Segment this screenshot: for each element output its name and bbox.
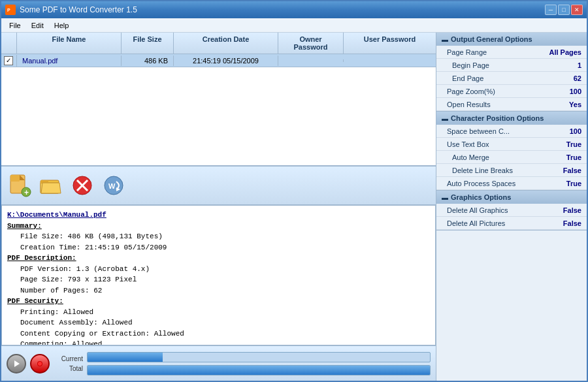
total-progress-text: File 1 of 1, 100% [88, 375, 430, 375]
add-pdf-button[interactable]: + [7, 172, 33, 199]
option-page-zoom: Page Zoom(%) 100 [436, 85, 587, 98]
option-begin-page: Begin Page 1 [436, 59, 587, 72]
option-space-between: Space between C... 100 [436, 125, 587, 138]
info-pdfdesc-0: PDF Version: 1.3 (Acrobat 4.x) [7, 264, 430, 275]
option-end-page: End Page 62 [436, 72, 587, 85]
row-user [344, 59, 436, 62]
maximize-button[interactable]: □ [558, 5, 570, 15]
file-list-empty-area [1, 67, 436, 165]
info-security-section: PDF Security: Printing: Allowed Document… [7, 296, 430, 345]
character-position-section: ▬ Character Position Options Space betwe… [436, 112, 587, 191]
collapse-char-icon: ▬ [442, 115, 448, 122]
output-general-header[interactable]: ▬ Output General Options [436, 33, 587, 46]
option-auto-merge: Auto Merge True [436, 151, 587, 164]
option-page-range: Page Range All Pages [436, 46, 587, 59]
info-summary-section: Summary: File Size: 486 KB (498,131 Byte… [7, 221, 430, 253]
info-panel: K:\Documents\Manual.pdf Summary: File Si… [1, 205, 436, 345]
graphics-title: Graphics Options [451, 193, 511, 201]
row-filesize: 486 KB [122, 56, 174, 66]
character-position-header[interactable]: ▬ Character Position Options [436, 112, 587, 125]
info-pdfdesc-section: PDF Description: PDF Version: 1.3 (Acrob… [7, 253, 430, 296]
close-button[interactable]: ✕ [571, 5, 583, 15]
current-progress-text: Page 14 of 62, 22% [88, 362, 430, 362]
info-sec-1: Document Assembly: Allowed [7, 317, 430, 328]
svg-text:+: + [24, 188, 29, 197]
delete-button[interactable] [69, 172, 95, 199]
progress-bars: Page 14 of 62, 22% File 1 of 1, 100% [87, 352, 431, 375]
progress-area: Current Total Page 14 of 62, 22% File 1 … [1, 345, 436, 381]
total-progress-track: File 1 of 1, 100% [87, 365, 431, 375]
info-sec-3: Commenting: Allowed [7, 339, 430, 345]
app-icon: P [5, 5, 16, 15]
current-progress-fill [88, 353, 163, 362]
info-sec-2: Content Copying or Extraction: Allowed [7, 328, 430, 340]
col-header-owner: Owner Password [278, 33, 344, 54]
character-position-body: Space between C... 100 Use Text Box True… [436, 125, 587, 190]
info-pdfdesc-1: Page Size: 793 x 1123 Pixel [7, 274, 430, 285]
row-filename: Manual.pdf [17, 56, 122, 66]
minimize-button[interactable]: ─ [545, 5, 557, 15]
output-general-section: ▬ Output General Options Page Range All … [436, 33, 587, 112]
info-creation-line: Creation Time: 21:45:19 05/15/2009 [7, 242, 430, 253]
svg-point-18 [38, 362, 42, 366]
svg-rect-3 [10, 175, 20, 182]
main-toolbar: + [1, 166, 436, 205]
total-progress-fill [88, 366, 430, 375]
main-content: File Name File Size Creation Date Owner … [1, 33, 587, 381]
row-owner [278, 59, 344, 62]
row-checkbox[interactable]: ✓ [1, 55, 17, 67]
info-filesize-line: File Size: 486 KB (498,131 Bytes) [7, 231, 430, 242]
col-header-filename: File Name [17, 33, 122, 54]
play-button[interactable] [7, 354, 26, 374]
graphics-section: ▬ Graphics Options Delete All Graphics F… [436, 191, 587, 231]
col-header-creation: Creation Date [174, 33, 278, 54]
option-open-results: Open Results Yes [436, 98, 587, 111]
left-panel: File Name File Size Creation Date Owner … [1, 33, 436, 381]
current-progress-row: Page 14 of 62, 22% [87, 352, 431, 362]
row-creation: 21:45:19 05/15/2009 [174, 56, 278, 66]
col-header-check [1, 33, 17, 54]
svg-marker-16 [14, 360, 20, 367]
output-general-title: Output General Options [451, 35, 532, 43]
col-header-filesize: File Size [122, 33, 174, 54]
collapse-graphics-icon: ▬ [442, 194, 448, 201]
option-delete-linebreaks: Delete Line Breaks False [436, 164, 587, 177]
table-header: File Name File Size Creation Date Owner … [1, 33, 436, 54]
menu-help[interactable]: Help [49, 20, 74, 31]
table-row[interactable]: ✓ Manual.pdf 486 KB 21:45:19 05/15/2009 [1, 54, 436, 67]
menu-edit[interactable]: Edit [26, 20, 49, 31]
graphics-header[interactable]: ▬ Graphics Options [436, 191, 587, 204]
option-auto-process-spaces: Auto Process Spaces True [436, 177, 587, 190]
open-folder-button[interactable] [38, 172, 64, 199]
menu-file[interactable]: File [4, 20, 26, 31]
option-delete-pictures: Delete All Pictures False [436, 217, 587, 230]
total-label: Total [54, 365, 83, 372]
svg-text:W: W [108, 182, 116, 190]
title-bar: P Some PDF to Word Converter 1.5 ─ □ ✕ [1, 1, 587, 18]
current-label: Current [54, 355, 83, 362]
stop-button[interactable] [30, 354, 50, 374]
current-progress-track: Page 14 of 62, 22% [87, 352, 431, 362]
menu-bar: File Edit Help [1, 18, 587, 33]
info-sec-0: Printing: Allowed [7, 307, 430, 318]
collapse-output-icon: ▬ [442, 36, 448, 43]
file-table: File Name File Size Creation Date Owner … [1, 33, 436, 166]
output-general-body: Page Range All Pages Begin Page 1 End Pa… [436, 46, 587, 111]
app-window: P Some PDF to Word Converter 1.5 ─ □ ✕ F… [0, 0, 588, 382]
info-path: K:\Documents\Manual.pdf [7, 210, 430, 221]
character-position-title: Character Position Options [451, 114, 544, 122]
convert-button[interactable]: W [101, 172, 127, 199]
info-pdfdesc-2: Number of Pages: 62 [7, 285, 430, 296]
col-header-user: User Password [344, 33, 436, 54]
graphics-body: Delete All Graphics False Delete All Pic… [436, 204, 587, 230]
window-title: Some PDF to Word Converter 1.5 [20, 5, 137, 14]
option-delete-graphics: Delete All Graphics False [436, 204, 587, 217]
option-use-textbox: Use Text Box True [436, 138, 587, 151]
right-panel: ▬ Output General Options Page Range All … [436, 33, 587, 381]
svg-text:P: P [7, 8, 10, 12]
total-progress-row: File 1 of 1, 100% [87, 365, 431, 375]
